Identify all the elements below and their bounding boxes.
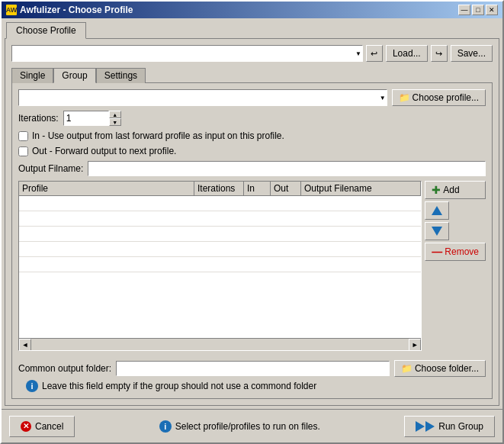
choose-folder-button[interactable]: 📁 Choose folder... bbox=[394, 360, 486, 377]
up-arrow-icon bbox=[430, 204, 444, 217]
table-side-buttons: ✚ Add bbox=[425, 181, 486, 351]
col-iterations: Iterations bbox=[194, 182, 244, 195]
profile-main-dropdown-container: ▼ bbox=[11, 45, 363, 62]
choose-profile-button[interactable]: 📁 Choose profile... bbox=[392, 89, 486, 106]
svg-marker-1 bbox=[432, 227, 442, 236]
footer-status: i Select profile/profiles to run on file… bbox=[159, 420, 320, 433]
run-icon bbox=[416, 421, 435, 432]
svg-marker-0 bbox=[432, 206, 442, 215]
folder-icon: 📁 bbox=[399, 92, 410, 103]
iterations-spinner: ▲ ▼ bbox=[63, 111, 121, 126]
window-body: Choose Profile ▼ ↩ Load... ↪ Save... Sin… bbox=[2, 18, 502, 409]
table-row bbox=[19, 211, 421, 227]
scroll-left-button[interactable]: ◄ bbox=[19, 339, 31, 351]
save-icon-btn[interactable]: ↪ bbox=[431, 45, 448, 62]
title-bar: AW Awfulizer - Choose Profile — □ ✕ bbox=[2, 2, 502, 18]
output-folder-row: Common output folder: 📁 Choose folder... bbox=[18, 360, 486, 377]
profile-table-wrapper: Profile Iterations In Out Output Filenam… bbox=[18, 181, 486, 351]
profile-table-section: Profile Iterations In Out Output Filenam… bbox=[18, 181, 486, 351]
common-output-folder-label: Common output folder: bbox=[18, 363, 111, 374]
footer-status-text: Select profile/profiles to run on files. bbox=[175, 421, 320, 432]
maximize-button[interactable]: □ bbox=[472, 5, 484, 15]
col-profile: Profile bbox=[19, 182, 194, 195]
title-buttons: — □ ✕ bbox=[458, 5, 498, 15]
add-icon: ✚ bbox=[432, 184, 441, 196]
load-button[interactable]: Load... bbox=[386, 45, 428, 62]
table-row bbox=[19, 227, 421, 242]
window-footer: ✕ Cancel i Select profile/profiles to ru… bbox=[2, 409, 502, 442]
spinner-buttons: ▲ ▼ bbox=[109, 111, 121, 126]
group-tab-content: ▼ 📁 Choose profile... Iterations: ▲ ▼ bbox=[11, 82, 493, 399]
common-output-folder-input[interactable] bbox=[116, 361, 390, 376]
add-button[interactable]: ✚ Add bbox=[425, 181, 486, 199]
iterations-row: Iterations: ▲ ▼ bbox=[18, 111, 486, 126]
main-window: AW Awfulizer - Choose Profile — □ ✕ Choo… bbox=[0, 0, 504, 444]
iterations-input[interactable] bbox=[63, 111, 109, 126]
move-down-button[interactable] bbox=[425, 222, 449, 240]
tab-group[interactable]: Group bbox=[53, 68, 95, 83]
horizontal-scrollbar[interactable]: ◄ ► bbox=[19, 338, 421, 350]
out-checkbox-row: Out - Forward output to next profile. bbox=[18, 146, 486, 156]
run-group-button[interactable]: Run Group bbox=[404, 416, 495, 437]
top-toolbar: ▼ ↩ Load... ↪ Save... bbox=[11, 45, 493, 62]
output-filename-label: Output Filname: bbox=[18, 163, 83, 174]
info-text: Leave this field empty if the group shou… bbox=[42, 381, 316, 391]
info-row: i Leave this field empty if the group sh… bbox=[18, 380, 486, 392]
in-checkbox-label: In - Use output from last forward profil… bbox=[32, 130, 284, 141]
minimize-button[interactable]: — bbox=[458, 5, 470, 15]
group-profile-row: ▼ 📁 Choose profile... bbox=[18, 89, 486, 106]
save-button[interactable]: Save... bbox=[451, 45, 493, 62]
inner-tab-strip: Single Group Settings bbox=[11, 68, 493, 83]
in-checkbox-row: In - Use output from last forward profil… bbox=[18, 130, 486, 141]
output-filename-input[interactable] bbox=[88, 161, 486, 176]
col-in: In bbox=[244, 182, 271, 195]
down-arrow-icon bbox=[430, 224, 444, 238]
profile-main-dropdown[interactable] bbox=[11, 45, 363, 62]
remove-button[interactable]: — Remove bbox=[425, 243, 486, 261]
folder-icon-2: 📁 bbox=[401, 363, 413, 374]
outer-tab-content: ▼ ↩ Load... ↪ Save... Single Group Setti… bbox=[5, 38, 499, 406]
table-row bbox=[19, 257, 421, 272]
info-icon: i bbox=[26, 380, 38, 392]
spinner-down-button[interactable]: ▼ bbox=[109, 118, 121, 126]
table-row bbox=[19, 242, 421, 257]
app-icon: AW bbox=[6, 5, 17, 15]
table-header: Profile Iterations In Out Output Filenam… bbox=[19, 182, 421, 196]
cancel-button[interactable]: ✕ Cancel bbox=[9, 416, 75, 437]
col-out: Out bbox=[271, 182, 301, 195]
scroll-right-button[interactable]: ► bbox=[409, 339, 421, 351]
hscroll-track[interactable] bbox=[31, 339, 409, 350]
table-body[interactable] bbox=[19, 196, 421, 338]
col-output-filename: Output Filename bbox=[301, 182, 421, 195]
remove-icon: — bbox=[432, 246, 442, 258]
out-checkbox[interactable] bbox=[18, 146, 28, 156]
profile-table: Profile Iterations In Out Output Filenam… bbox=[18, 181, 422, 351]
table-row bbox=[19, 196, 421, 211]
move-up-button[interactable] bbox=[425, 201, 449, 220]
tab-single[interactable]: Single bbox=[11, 68, 53, 83]
iterations-label: Iterations: bbox=[18, 113, 59, 124]
tab-choose-profile[interactable]: Choose Profile bbox=[6, 22, 86, 39]
in-checkbox[interactable] bbox=[18, 131, 28, 141]
spinner-up-button[interactable]: ▲ bbox=[109, 111, 121, 118]
group-profile-dropdown[interactable] bbox=[18, 89, 387, 106]
footer-info-icon: i bbox=[159, 420, 172, 433]
bottom-section: Common output folder: 📁 Choose folder...… bbox=[18, 360, 486, 392]
cancel-icon: ✕ bbox=[21, 421, 31, 432]
load-icon-btn[interactable]: ↩ bbox=[366, 45, 383, 62]
close-button[interactable]: ✕ bbox=[486, 5, 498, 15]
window-title: Awfulizer - Choose Profile bbox=[20, 5, 133, 15]
outer-tab-strip: Choose Profile bbox=[5, 21, 499, 38]
out-checkbox-label: Out - Forward output to next profile. bbox=[32, 146, 176, 156]
group-profile-dropdown-container: ▼ bbox=[18, 89, 387, 106]
output-filename-row: Output Filname: bbox=[18, 161, 486, 176]
tab-settings[interactable]: Settings bbox=[96, 68, 146, 83]
